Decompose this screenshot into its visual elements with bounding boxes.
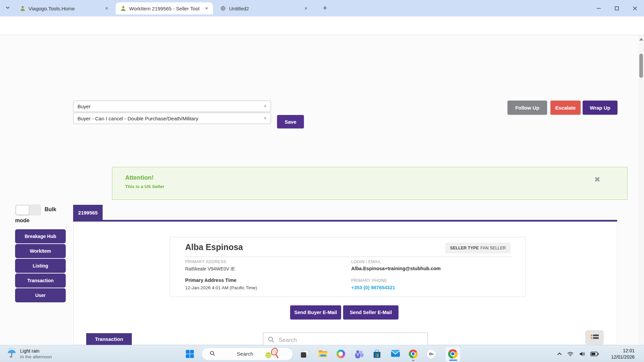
seller-type-label: SELLER TYPE [450,246,479,250]
primary-address-time-value: 12-Jan-2026 4:01 AM (Pacific Time) [185,285,257,290]
clock[interactable]: 12:01 12/01/2026 [611,348,635,360]
page-scrollbar[interactable] [638,35,644,345]
browser-tab-strip: Viagogo.Tools.Home ✕ WorkItem 2199565 - … [0,0,644,16]
system-tray [557,345,604,362]
battery-icon[interactable] [590,352,599,356]
password-key-icon[interactable] [427,350,436,358]
globe-icon [220,5,226,11]
tab-title: Untitled2 [229,6,300,11]
screen: Viagogo.Tools.Home ✕ WorkItem 2199565 - … [0,0,644,362]
send-seller-email-button[interactable]: Send Seller E-Mail [343,305,398,319]
transaction-tab[interactable]: Transaction [86,333,132,345]
search-icon [209,350,233,358]
scrollbar-thumb[interactable] [639,54,643,78]
mail-icon[interactable] [391,350,399,358]
taskbar-search-label: Search [237,351,261,357]
transaction-search-input[interactable] [278,337,414,344]
umbrella-rain-icon [7,347,17,360]
teams-icon[interactable] [355,350,363,358]
browser-toolbar: cstoolsqa.viagogo.net/seller/WorkItem Gu… [0,16,644,35]
task-view-icon[interactable] [300,350,309,358]
tennis-icon [264,348,288,360]
bulk-mode-toggle[interactable] [15,204,41,216]
sidebar-item-user[interactable]: User [15,288,66,302]
primary-phone-label: PRIMARY PHONE [351,278,387,283]
weather-widget[interactable]: Light rain In the afternoon [7,347,52,360]
primary-phone-link[interactable]: +353 (0) 987654321 [351,285,395,290]
alert-message: This is a US Seller [125,184,164,189]
transaction-search-box [263,333,428,345]
viagogo-favicon-icon [120,5,126,11]
escalate-button[interactable]: Escalate [550,101,581,115]
browser-tab-untitled[interactable]: Untitled2 ✕ [216,2,312,14]
running-indicator [412,360,415,361]
close-window-button[interactable] [626,0,644,16]
login-email-value: Alba.Espinosa+training@stubhub.com [351,266,441,271]
close-icon[interactable]: ✕ [204,5,210,11]
toggle-knob [16,205,29,215]
search-icon [267,336,275,345]
primary-address-label: PRIMARY ADDRESS [185,259,226,264]
chevron-down-icon [5,5,10,11]
maximize-button[interactable] [608,0,626,16]
tab-title: Viagogo.Tools.Home [29,6,101,11]
close-icon[interactable]: ✕ [104,5,110,11]
sidebar-item-workitem[interactable]: WorkItem [15,244,66,258]
weather-line1: Light rain [20,348,52,354]
bulk-mode-control: Bulk mode [15,204,58,226]
seller-card: Alba Espinosa SELLER TYPEFAN SELLER PRIM… [170,237,526,297]
volume-icon[interactable] [579,351,586,357]
file-explorer-icon[interactable] [318,350,327,358]
wrap-up-button[interactable]: Wrap Up [583,101,618,115]
seller-type-badge: SELLER TYPEFAN SELLER [445,243,511,253]
primary-address-time-label: Primary Address Time [185,278,236,283]
browser-tab-home[interactable]: Viagogo.Tools.Home ✕ [15,2,113,14]
close-icon[interactable]: ✕ [303,5,309,11]
divider [185,256,511,257]
list-view-icon [590,334,599,342]
workitem-number-tab[interactable]: 2199565 [73,205,103,221]
sidebar-item-listing[interactable]: Listing [15,259,66,273]
tab-title: WorkItem 2199565 - Seller Tool [129,6,201,11]
microsoft-store-icon[interactable] [373,350,381,358]
category-dropdown-value: Buyer [77,104,91,109]
new-tab-button[interactable]: + [320,4,330,13]
list-view-button[interactable] [585,330,604,345]
category-dropdown[interactable]: Buyer ▼ [73,101,271,112]
chevron-down-icon: ▼ [264,117,267,120]
wifi-icon[interactable] [567,351,574,357]
weather-line2: In the afternoon [20,354,52,359]
save-button[interactable]: Save [277,115,304,128]
start-button[interactable] [185,350,194,358]
minimize-button[interactable] [590,0,608,16]
clock-date: 12/01/2026 [611,354,635,360]
sidebar-item-breakage-hub[interactable]: Breakage Hub [15,229,66,243]
reason-dropdown-value: Buyer - Can I cancel - Double Purchase/D… [77,116,198,121]
browser-tab-workitem[interactable]: WorkItem 2199565 - Seller Tool ✕ [116,2,213,14]
taskbar-search[interactable]: Search [202,348,293,360]
reason-dropdown[interactable]: Buyer - Can I cancel - Double Purchase/D… [73,113,271,124]
seller-type-value: FAN SELLER [480,246,506,250]
chevron-down-icon: ▼ [264,105,267,108]
viagogo-favicon-icon [20,5,26,11]
tab-search-button[interactable] [3,4,12,13]
taskbar: Light rain In the afternoon Search [0,345,644,362]
window-controls [590,0,644,16]
follow-up-button[interactable]: Follow Up [507,101,547,115]
chrome-active-icon[interactable] [445,346,461,362]
attention-alert: Attention! This is a US Seller ✖ [112,167,628,200]
primary-address-value: Rathkeale V94WE0V IE [185,266,235,272]
send-buyer-email-button[interactable]: Send Buyer E-Mail [290,305,341,319]
chrome-icon[interactable] [409,350,418,358]
sidebar-item-transaction[interactable]: Transaction [15,274,66,288]
alert-close-icon[interactable]: ✖ [594,175,600,184]
tray-chevron-up-icon[interactable] [557,351,562,357]
active-indicator [449,360,457,361]
scroll-up-arrow-icon[interactable] [639,38,643,41]
page-content: Buyer ▼ Buyer - Can I cancel - Double Pu… [0,35,638,345]
copilot-icon[interactable] [336,350,345,358]
login-email-label: LOGIN / EMAIL [351,259,381,264]
alert-title: Attention! [125,174,154,181]
clock-time: 12:01 [611,348,635,354]
seller-name: Alba Espinosa [185,242,243,252]
